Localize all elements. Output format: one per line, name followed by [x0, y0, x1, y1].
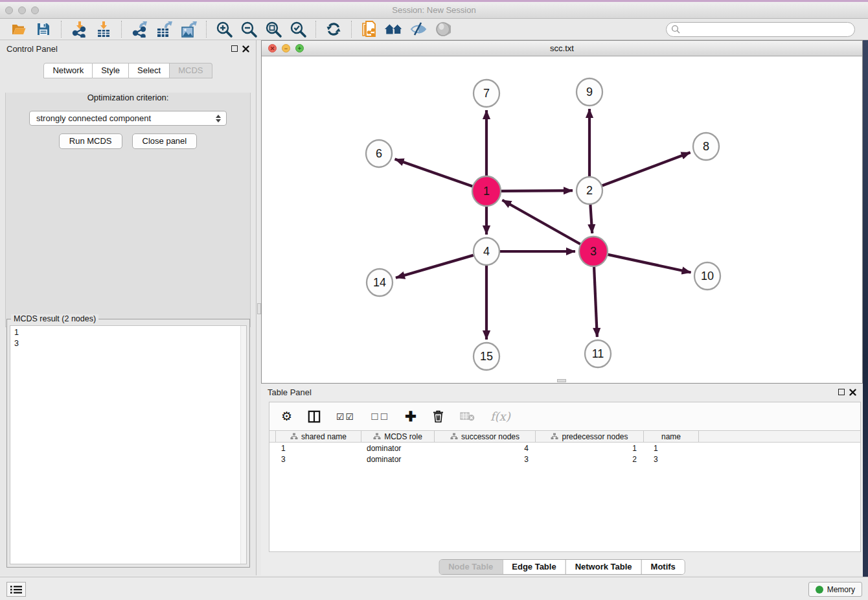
- graph-node-6[interactable]: 6: [366, 140, 392, 167]
- graph-node-7[interactable]: 7: [474, 80, 499, 107]
- export-image-button[interactable]: [179, 20, 198, 38]
- tab-mcds[interactable]: MCDS: [170, 63, 212, 78]
- toolbar-separator: [351, 21, 352, 38]
- column-header-shared-name[interactable]: shared name: [276, 431, 361, 442]
- tree-icon: [373, 433, 381, 440]
- hide-graphics-details-button[interactable]: [409, 20, 428, 38]
- task-history-button[interactable]: [6, 582, 26, 597]
- export-image-icon: [180, 21, 198, 38]
- graph-edge-2-8[interactable]: [602, 152, 691, 185]
- import-network-button[interactable]: [69, 20, 89, 38]
- cell-mcds-role: dominator: [363, 444, 436, 453]
- tree-icon: [450, 433, 458, 440]
- zoom-in-button[interactable]: [214, 20, 234, 38]
- graph-edge-3-11[interactable]: [594, 266, 597, 337]
- optimization-criterion-select[interactable]: strongly connected component: [29, 111, 227, 126]
- close-panel-icon[interactable]: [849, 389, 856, 396]
- column-header-name[interactable]: name: [644, 431, 699, 442]
- float-panel-icon[interactable]: [838, 389, 845, 395]
- graph-edge-1-2[interactable]: [501, 190, 573, 191]
- eye-slash-icon: [409, 21, 428, 37]
- graph-node-label: 14: [373, 276, 386, 289]
- graph-node-14[interactable]: 14: [367, 269, 393, 296]
- tab-motifs[interactable]: Motifs: [641, 560, 685, 574]
- graph-edge-1-6[interactable]: [395, 159, 473, 187]
- column-header-mcds-role[interactable]: MCDS role: [361, 431, 435, 442]
- tree-icon: [551, 433, 558, 440]
- graph-node-4[interactable]: 4: [474, 238, 499, 265]
- network-window-titlebar[interactable]: ✕ − + scc.txt: [262, 41, 862, 56]
- export-network-button[interactable]: [130, 20, 149, 38]
- graph-edge-2-3[interactable]: [590, 204, 592, 233]
- zoom-out-button[interactable]: [239, 20, 258, 38]
- graph-node-3[interactable]: 3: [579, 237, 608, 266]
- search-field[interactable]: [666, 22, 855, 37]
- graph-edge-4-14[interactable]: [396, 255, 474, 278]
- result-scrollbar[interactable]: [240, 326, 246, 564]
- column-header-successor-nodes[interactable]: successor nodes: [435, 431, 536, 442]
- tab-edge-table[interactable]: Edge Table: [502, 560, 565, 574]
- table-panel-tabs: Node Table Edge Table Network Table Moti…: [439, 559, 685, 575]
- delete-table-icon: [460, 411, 475, 422]
- zoom-in-icon: [216, 21, 233, 38]
- float-panel-icon[interactable]: [231, 45, 238, 52]
- cell-name: 3: [645, 455, 700, 464]
- tab-select[interactable]: Select: [129, 63, 170, 78]
- close-panel-icon[interactable]: [242, 45, 249, 52]
- zoom-fit-icon: [265, 21, 282, 38]
- graph-node-15[interactable]: 15: [474, 343, 499, 370]
- clone-network-button[interactable]: [360, 20, 379, 38]
- table-row[interactable]: 3 dominator 3 2 3: [269, 454, 860, 465]
- graph-node-11[interactable]: 11: [585, 340, 611, 367]
- table-panel-title: Table Panel: [268, 387, 312, 397]
- close-panel-button[interactable]: Close panel: [132, 133, 198, 149]
- horizontal-splitter-handle[interactable]: [557, 379, 566, 382]
- app-title: Session: New Session: [0, 5, 868, 15]
- graph-node-8[interactable]: 8: [693, 133, 719, 160]
- run-mcds-button[interactable]: Run MCDS: [59, 133, 122, 149]
- toolbar-separator: [61, 21, 62, 38]
- zoom-out-icon: [240, 21, 258, 38]
- zoom-fit-button[interactable]: [264, 20, 283, 38]
- search-input[interactable]: [683, 25, 845, 34]
- status-bar: Memory: [0, 577, 868, 600]
- export-table-button[interactable]: [154, 20, 174, 38]
- export-table-icon: [155, 21, 173, 38]
- control-panel: Control Panel Network Style Select MCDS …: [0, 40, 257, 575]
- open-session-button[interactable]: [9, 20, 29, 38]
- select-all-rows-button[interactable]: ☑☑: [336, 411, 355, 422]
- table-header-row: shared name MCDS role successor nodes: [269, 430, 860, 443]
- network-canvas[interactable]: 7968124314101511: [262, 56, 862, 382]
- graph-edge-3-10[interactable]: [608, 255, 691, 273]
- show-columns-button[interactable]: [308, 410, 321, 423]
- deselect-all-rows-button[interactable]: ☐☐: [371, 411, 389, 422]
- tab-node-table[interactable]: Node Table: [439, 560, 502, 574]
- delete-column-button[interactable]: [432, 410, 444, 423]
- table-row[interactable]: 1 dominator 4 1 1: [269, 443, 860, 454]
- delete-table-button[interactable]: [460, 411, 475, 422]
- tab-network[interactable]: Network: [43, 63, 93, 78]
- column-header-predecessor-nodes[interactable]: predecessor nodes: [536, 431, 644, 442]
- graph-node-10[interactable]: 10: [694, 262, 720, 290]
- graph-node-1[interactable]: 1: [472, 176, 501, 206]
- tab-style[interactable]: Style: [93, 63, 129, 78]
- graph-edge-3-1[interactable]: [502, 200, 580, 244]
- graph-node-label: 9: [586, 86, 593, 98]
- mcds-home-button[interactable]: [384, 20, 404, 38]
- network-graph[interactable]: 7968124314101511: [262, 56, 862, 382]
- refresh-view-button[interactable]: [324, 20, 343, 38]
- memory-button[interactable]: Memory: [808, 582, 862, 597]
- zoom-selected-button[interactable]: [288, 20, 308, 38]
- create-column-button[interactable]: ✚: [405, 409, 417, 424]
- save-session-button[interactable]: [34, 20, 53, 38]
- level-of-detail-button[interactable]: [433, 20, 453, 38]
- homes-icon: [384, 21, 404, 37]
- table-panel: Table Panel ⚙ ☑☑ ☐☐ ✚: [261, 384, 863, 575]
- import-table-button[interactable]: [94, 20, 113, 38]
- table-settings-button[interactable]: ⚙: [281, 409, 292, 424]
- mcds-result-textarea[interactable]: 1 3: [10, 325, 247, 564]
- graph-node-2[interactable]: 2: [577, 177, 602, 204]
- tab-network-table[interactable]: Network Table: [565, 560, 641, 574]
- apply-function-button[interactable]: f(x): [490, 410, 510, 423]
- graph-node-9[interactable]: 9: [577, 78, 602, 106]
